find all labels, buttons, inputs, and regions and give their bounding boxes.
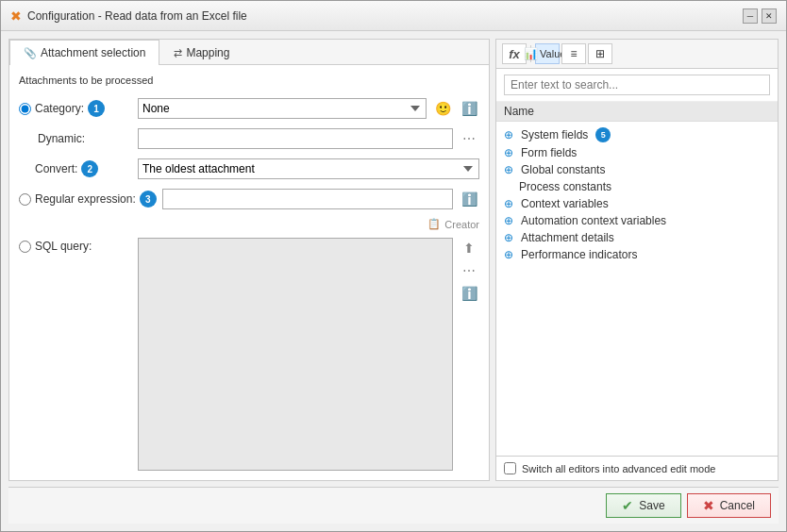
expand-automation-context-icon: ⊕ — [504, 214, 517, 227]
grid-button[interactable]: ⊞ — [588, 43, 612, 64]
convert-badge: 2 — [81, 160, 98, 177]
mapping-tab-icon: ⇄ — [174, 47, 182, 59]
section-label: Attachments to be processed — [19, 75, 479, 86]
expand-context-variables-icon: ⊕ — [504, 197, 517, 210]
convert-radio-label[interactable]: Convert: 2 — [19, 160, 132, 177]
tree-item-form-fields[interactable]: ⊕ Form fields — [496, 144, 778, 161]
expand-global-constants-icon: ⊕ — [504, 163, 517, 176]
title-bar: ✖ Configuration - Read data from an Exce… — [1, 1, 786, 31]
title-controls: ─ ✕ — [743, 8, 777, 24]
convert-label: Convert: — [35, 162, 77, 175]
automation-context-label: Automation context variables — [521, 214, 666, 227]
window-title: Configuration - Read data from an Excel … — [27, 9, 247, 23]
mapping-tab-label: Mapping — [186, 46, 229, 59]
tree-item-system-fields[interactable]: ⊕ System fields 5 — [496, 125, 778, 144]
creator-label[interactable]: Creator — [444, 219, 479, 230]
regex-input[interactable] — [162, 189, 453, 209]
regex-radio[interactable] — [19, 193, 31, 206]
regex-label: Regular expression: — [35, 192, 136, 206]
fx-button[interactable]: fx — [502, 43, 527, 64]
window-body: 📎 Attachment selection ⇄ Mapping Attachm… — [1, 31, 786, 531]
expand-performance-indicators-icon: ⊕ — [504, 248, 517, 261]
expand-form-fields-icon: ⊕ — [504, 146, 517, 159]
tree-item-automation-context[interactable]: ⊕ Automation context variables — [496, 212, 778, 229]
values-button[interactable]: 📊 Values — [535, 43, 560, 64]
dynamic-more-btn[interactable]: ⋯ — [459, 128, 479, 149]
right-toolbar: fx 📊 Values ≡ ⊞ — [496, 40, 778, 69]
values-icon: 📊 — [524, 47, 538, 60]
bottom-bar: ✔ Save ✖ Cancel — [8, 487, 779, 524]
regex-row: Regular expression: 3 ℹ️ — [19, 188, 479, 210]
tree-item-performance-indicators[interactable]: ⊕ Performance indicators — [496, 246, 778, 263]
category-radio[interactable] — [19, 103, 31, 115]
app-icon: ✖ — [10, 8, 22, 24]
advanced-edit-checkbox[interactable] — [504, 462, 516, 474]
attachment-tab-icon: 📎 — [24, 47, 37, 59]
tab-attachment[interactable]: 📎 Attachment selection — [9, 40, 159, 65]
sql-expand-btn[interactable]: ⬆ — [459, 238, 479, 258]
sql-more-btn[interactable]: ⋯ — [459, 260, 479, 281]
title-bar-left: ✖ Configuration - Read data from an Exce… — [10, 8, 247, 24]
category-select[interactable]: None Category 1 Category 2 — [138, 98, 427, 119]
cancel-icon: ✖ — [703, 498, 714, 513]
right-footer: Switch all editors into advanced edit mo… — [496, 456, 778, 480]
tree-header: Name — [496, 102, 778, 122]
list-button[interactable]: ≡ — [561, 43, 586, 64]
performance-indicators-label: Performance indicators — [521, 248, 637, 261]
expand-attachment-details-icon: ⊕ — [504, 231, 517, 244]
sql-radio-label[interactable]: SQL query: — [19, 238, 132, 253]
save-button[interactable]: ✔ Save — [606, 493, 680, 518]
category-label: Category: — [35, 102, 84, 115]
search-input[interactable] — [504, 75, 770, 95]
tree-body: ⊕ System fields 5 ⊕ Form fields ⊕ Global… — [496, 122, 778, 456]
regex-info-btn[interactable]: ℹ️ — [459, 189, 479, 209]
tree-item-context-variables[interactable]: ⊕ Context variables — [496, 195, 778, 212]
sql-textarea-wrap — [138, 238, 453, 471]
sql-row: SQL query: ⬆ ⋯ ℹ️ — [19, 238, 479, 471]
convert-select[interactable]: The oldest attachment The newest attachm… — [138, 158, 479, 179]
creator-icon: 📋 — [427, 218, 441, 230]
minimize-button[interactable]: ─ — [743, 8, 758, 24]
creator-bar: 📋 Creator — [19, 218, 479, 230]
system-fields-badge: 5 — [595, 127, 611, 142]
convert-row: Convert: 2 The oldest attachment The new… — [19, 158, 479, 180]
left-panel: 📎 Attachment selection ⇄ Mapping Attachm… — [8, 39, 490, 481]
category-info-btn[interactable]: ℹ️ — [459, 98, 479, 119]
close-button[interactable]: ✕ — [762, 8, 777, 24]
save-icon: ✔ — [622, 498, 633, 513]
regex-radio-label[interactable]: Regular expression: 3 — [19, 191, 157, 208]
right-panel: fx 📊 Values ≡ ⊞ Name ⊕ System — [495, 39, 779, 481]
left-tabs: 📎 Attachment selection ⇄ Mapping — [9, 40, 489, 65]
advanced-edit-label: Switch all editors into advanced edit mo… — [522, 463, 715, 474]
sql-textarea[interactable] — [138, 238, 453, 471]
main-content: 📎 Attachment selection ⇄ Mapping Attachm… — [8, 39, 779, 481]
cancel-button[interactable]: ✖ Cancel — [687, 493, 771, 518]
context-variables-label: Context variables — [521, 197, 609, 210]
tab-mapping[interactable]: ⇄ Mapping — [159, 40, 243, 65]
main-window: ✖ Configuration - Read data from an Exce… — [0, 0, 787, 532]
sql-info-btn[interactable]: ℹ️ — [459, 283, 479, 304]
category-radio-label[interactable]: Category: 1 — [19, 100, 132, 117]
category-row: Category: 1 None Category 1 Category 2 🙂… — [19, 97, 479, 120]
search-box — [496, 69, 778, 102]
dynamic-row: Dynamic: ⋯ — [19, 127, 479, 150]
cancel-label: Cancel — [720, 499, 755, 512]
tree-item-global-constants[interactable]: ⊕ Global constants — [496, 161, 778, 178]
global-constants-label: Global constants — [521, 163, 605, 176]
left-panel-body: Attachments to be processed Category: 1 … — [9, 65, 489, 480]
textarea-side-btns: ⬆ ⋯ ℹ️ — [459, 238, 479, 304]
system-fields-label: System fields — [521, 128, 588, 141]
process-constants-label: Process constants — [519, 180, 611, 193]
save-label: Save — [639, 499, 664, 512]
tree-item-attachment-details[interactable]: ⊕ Attachment details — [496, 229, 778, 246]
tree-item-process-constants[interactable]: Process constants — [496, 178, 778, 195]
attachment-tab-label: Attachment selection — [41, 46, 145, 59]
dynamic-input[interactable] — [138, 128, 453, 149]
dynamic-label: Dynamic: — [19, 132, 132, 145]
category-smiley-btn[interactable]: 🙂 — [432, 98, 453, 119]
sql-radio[interactable] — [19, 241, 31, 253]
attachment-details-label: Attachment details — [521, 231, 614, 244]
category-badge: 1 — [88, 100, 105, 117]
expand-system-fields-icon: ⊕ — [504, 128, 517, 141]
regex-badge: 3 — [140, 191, 157, 208]
